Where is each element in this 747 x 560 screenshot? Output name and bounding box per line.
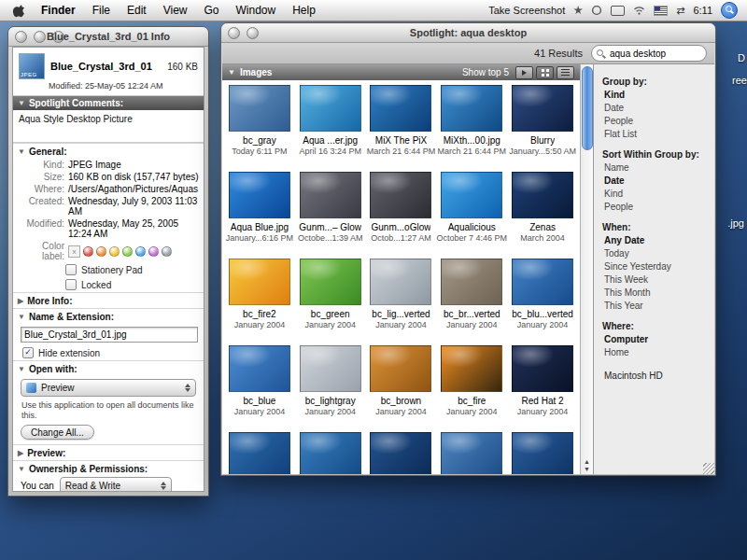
disclosure-triangle-icon[interactable]: ▶ xyxy=(18,449,23,457)
color-label-dot[interactable] xyxy=(122,246,133,257)
show-top-label[interactable]: Show top 5 xyxy=(462,67,509,77)
open-with-popup[interactable]: Preview xyxy=(21,379,196,397)
result-item[interactable]: Gunm...– GlowOctobe...1:39 AM xyxy=(295,172,366,259)
result-thumbnail[interactable] xyxy=(300,172,361,218)
result-item[interactable]: Aqua Blue.jpgJanuary...6:16 PM xyxy=(224,172,295,259)
section-name-extension[interactable]: ▼ Name & Extension: xyxy=(13,308,204,324)
results-scrollbar[interactable]: ▲▼ xyxy=(580,64,593,474)
sidebar-option-date[interactable]: Date xyxy=(602,175,706,188)
result-thumbnail[interactable] xyxy=(229,172,290,218)
result-thumbnail[interactable] xyxy=(370,172,431,218)
change-all-button[interactable]: Change All... xyxy=(21,425,94,440)
result-thumbnail[interactable] xyxy=(229,259,290,305)
script-menu-icon[interactable] xyxy=(573,6,583,15)
desktop-icon-label-fragment[interactable]: ree xyxy=(732,75,747,86)
resize-grip[interactable] xyxy=(703,463,714,474)
result-item[interactable]: bc_blueJanuary 2004 xyxy=(224,345,295,432)
result-thumbnail[interactable] xyxy=(512,432,573,474)
apple-menu[interactable] xyxy=(6,4,33,18)
result-item[interactable]: bc_blu...vertedJanuary 2004 xyxy=(507,259,578,345)
disclosure-triangle-icon[interactable]: ▼ xyxy=(18,465,25,473)
result-thumbnail[interactable] xyxy=(512,345,573,392)
result-item[interactable]: AqualiciousOctober 7 4:46 PM xyxy=(436,172,507,259)
section-general[interactable]: ▼ General: xyxy=(13,143,204,159)
result-item[interactable]: MiX The PiXMarch 21 6:44 PM xyxy=(366,85,437,172)
color-label-dot[interactable] xyxy=(162,246,172,257)
color-label-dot[interactable] xyxy=(83,246,93,257)
sidebar-option-this-week[interactable]: This Week xyxy=(602,273,706,287)
result-thumbnail[interactable] xyxy=(300,345,361,392)
sidebar-option-home[interactable]: Home xyxy=(602,346,706,359)
sidebar-option-since-yesterday[interactable]: Since Yesterday xyxy=(602,260,706,273)
section-spotlight-comments[interactable]: ▼ Spotlight Comments: xyxy=(13,96,204,110)
images-section-header[interactable]: ▼ Images Show top 5 xyxy=(222,64,580,80)
result-item[interactable]: bc_brownJanuary 2004 xyxy=(366,345,437,432)
result-thumbnail[interactable] xyxy=(441,432,502,474)
grid-view-button[interactable] xyxy=(536,66,554,79)
result-thumbnail[interactable] xyxy=(300,259,361,305)
result-item[interactable]: Aqua ...er.jpgApril 16 3:24 PM xyxy=(295,85,366,172)
sidebar-option-people[interactable]: People xyxy=(602,201,706,214)
result-thumbnail[interactable] xyxy=(370,432,431,474)
menu-window[interactable]: Window xyxy=(228,0,285,21)
result-item[interactable]: ZenasMarch 2004 xyxy=(507,172,578,259)
result-thumbnail[interactable] xyxy=(370,259,431,305)
result-item[interactable]: bc_lightgrayJanuary 2004 xyxy=(295,345,366,432)
filename-input[interactable] xyxy=(21,327,198,343)
section-preview[interactable]: ▶ Preview: xyxy=(13,444,204,460)
disclosure-triangle-icon[interactable]: ▶ xyxy=(18,297,23,305)
result-thumbnail[interactable] xyxy=(512,172,573,218)
result-thumbnail[interactable] xyxy=(229,345,290,392)
result-thumbnail[interactable] xyxy=(441,85,502,132)
result-thumbnail[interactable] xyxy=(370,85,431,132)
menu-file[interactable]: File xyxy=(84,0,119,21)
disclosure-triangle-icon[interactable]: ▼ xyxy=(228,68,235,77)
menu-help[interactable]: Help xyxy=(284,0,324,21)
desktop-icon-label-fragment[interactable]: D xyxy=(738,52,745,63)
result-item[interactable]: bc_fire2January 2004 xyxy=(224,259,295,345)
disclosure-triangle-icon[interactable]: ▼ xyxy=(18,99,25,107)
result-item-partial[interactable] xyxy=(224,432,295,474)
sidebar-option-macintosh-hd[interactable]: Macintosh HD xyxy=(602,371,706,381)
menu-view[interactable]: View xyxy=(155,0,196,21)
list-view-button[interactable] xyxy=(557,66,574,79)
take-screenshot-menu[interactable]: Take Screenshot xyxy=(488,5,565,16)
disclosure-triangle-icon[interactable]: ▼ xyxy=(18,147,25,156)
result-thumbnail[interactable] xyxy=(229,85,290,132)
result-item-partial[interactable] xyxy=(436,432,507,474)
spotlight-comment-field[interactable]: Aqua Style Desktop Picture xyxy=(13,110,204,143)
color-label-dot[interactable] xyxy=(135,246,146,257)
search-input[interactable] xyxy=(610,49,701,59)
sidebar-option-kind[interactable]: Kind xyxy=(602,89,706,102)
result-item[interactable]: bc_br...vertedJanuary 2004 xyxy=(436,259,507,345)
result-item[interactable]: bc_lig...vertedJanuary 2004 xyxy=(366,259,437,345)
menu-edit[interactable]: Edit xyxy=(119,0,155,21)
user-switch-icon[interactable]: ⇄ xyxy=(676,5,684,17)
stationery-pad-checkbox[interactable] xyxy=(65,264,77,275)
result-thumbnail[interactable] xyxy=(370,345,431,392)
spotlight-menu-icon[interactable] xyxy=(721,2,738,19)
result-item[interactable]: bc_greenJanuary 2004 xyxy=(295,259,366,345)
color-label-dot[interactable] xyxy=(96,246,106,257)
sidebar-option-kind[interactable]: Kind xyxy=(602,188,706,201)
locked-checkbox[interactable] xyxy=(65,279,77,290)
info-titlebar[interactable]: Blue_Crystal_3rd_01 Info xyxy=(8,27,208,47)
sidebar-option-this-year[interactable]: This Year xyxy=(602,300,706,313)
result-thumbnail[interactable] xyxy=(229,432,290,474)
menu-finder[interactable]: Finder xyxy=(33,0,84,21)
section-open-with[interactable]: ▼ Open with: xyxy=(13,360,204,376)
section-ownership[interactable]: ▼ Ownership & Permissions: xyxy=(13,460,204,476)
color-label-dot[interactable] xyxy=(148,246,159,257)
result-item[interactable]: bc_fireJanuary 2004 xyxy=(436,345,507,432)
hide-extension-checkbox[interactable] xyxy=(22,347,34,358)
search-field[interactable] xyxy=(591,45,707,62)
sync-menu-icon[interactable] xyxy=(591,5,602,16)
result-thumbnail[interactable] xyxy=(441,345,502,392)
result-item[interactable]: Red Hat 2January 2004 xyxy=(507,345,578,432)
result-item[interactable]: Gunm...oGlowOctob...1:27 AM xyxy=(366,172,437,259)
sidebar-option-any-date[interactable]: Any Date xyxy=(602,234,706,247)
desktop-icon-label-fragment[interactable]: .jpg xyxy=(727,217,744,229)
input-language-flag-icon[interactable] xyxy=(654,6,668,16)
slideshow-button[interactable] xyxy=(515,66,533,79)
menu-go[interactable]: Go xyxy=(196,0,228,21)
